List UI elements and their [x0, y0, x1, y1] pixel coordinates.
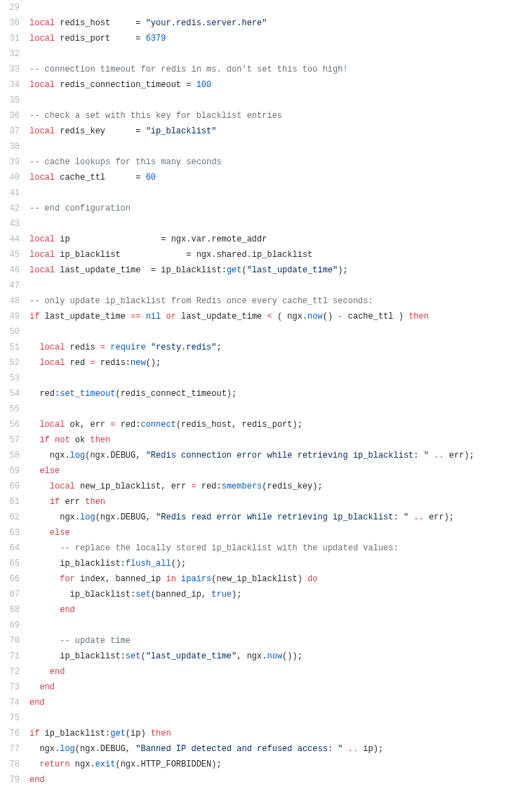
code-line: 35: [0, 93, 532, 108]
code-line: 29: [0, 0, 532, 15]
token-fn: now: [267, 651, 282, 661]
token-id: index, banned_ip: [75, 574, 166, 584]
token-id: =: [135, 34, 145, 44]
line-number: 55: [0, 402, 29, 417]
line-number: 74: [0, 695, 29, 710]
token-id: (redis_host, redis_port);: [176, 420, 302, 430]
code-line: 49if last_update_time == nil or last_upd…: [0, 309, 532, 324]
code-line: 38: [0, 139, 532, 154]
line-number: 53: [0, 371, 29, 386]
token-id: ok, err: [65, 420, 110, 430]
line-number: 29: [0, 0, 29, 15]
line-content: local red = redis:new();: [29, 355, 532, 371]
code-line: 42-- end configuration: [0, 201, 532, 216]
line-number: 52: [0, 355, 29, 371]
line-content: -- update time: [29, 633, 532, 649]
line-content: [29, 139, 532, 154]
token-id: (banned_ip,: [151, 590, 211, 599]
line-number: 70: [0, 633, 29, 649]
token-id: redis_key: [55, 126, 135, 136]
code-line: 53: [0, 371, 532, 386]
token-kw: local: [29, 265, 55, 275]
token-id: ();: [146, 358, 161, 368]
token-id: =: [135, 173, 145, 183]
token-kw: ==: [131, 312, 140, 321]
code-line: 44local ip = ngx.var.remote_addr: [0, 232, 532, 247]
line-content: local ok, err = red:connect(redis_host, …: [29, 417, 532, 432]
token-id: [176, 574, 181, 584]
code-line: 61 if err then: [0, 494, 532, 510]
code-line: 39-- cache lookups for this many seconds: [0, 154, 532, 170]
token-id: ip_blacklist: [55, 250, 186, 260]
token-str: "resty.redis": [151, 343, 217, 352]
token-id: [29, 497, 50, 507]
token-fn: log: [80, 512, 95, 522]
line-number: 54: [0, 386, 29, 402]
token-id: [29, 543, 60, 553]
line-number: 75: [0, 710, 29, 726]
line-content: if last_update_time == nil or last_updat…: [29, 309, 532, 324]
code-line: 37local redis_key = "ip_blacklist": [0, 124, 532, 139]
token-id: = ngx.var.remote_addr: [161, 234, 267, 244]
token-id: [29, 682, 39, 692]
line-number: 79: [0, 772, 29, 788]
token-fn: get: [110, 729, 126, 738]
code-line: 47: [0, 278, 532, 293]
token-id: =: [135, 126, 145, 136]
line-number: 56: [0, 417, 29, 432]
line-content: end: [29, 679, 532, 695]
token-kw: not: [55, 435, 70, 445]
line-content: [29, 618, 532, 633]
line-number: 78: [0, 757, 29, 772]
token-id: ());: [282, 651, 302, 661]
token-id: ( ngx.: [272, 312, 307, 321]
code-line: 79end: [0, 772, 532, 788]
line-number: 50: [0, 324, 29, 340]
line-number: 46: [0, 263, 29, 278]
code-line: 54 red:set_timeout(redis_connect_timeout…: [0, 386, 532, 402]
line-number: 42: [0, 201, 29, 216]
line-content: local new_ip_blacklist, err = red:smembe…: [29, 479, 532, 494]
token-kw: ..: [413, 512, 423, 522]
token-id: (ngx.DEBUG,: [85, 451, 145, 460]
line-number: 38: [0, 139, 29, 154]
token-id: redis_port: [55, 34, 135, 44]
code-line: 43: [0, 216, 532, 232]
line-content: -- only update ip_blacklist from Redis o…: [29, 293, 532, 309]
line-number: 64: [0, 540, 29, 556]
line-number: 51: [0, 340, 29, 355]
token-str: "last_update_time": [146, 651, 237, 661]
token-id: = ngx.shared.ip_blacklist: [186, 250, 312, 260]
token-kw: or: [166, 312, 175, 321]
token-id: [29, 636, 60, 646]
token-id: (redis_connect_timeout);: [115, 389, 237, 399]
token-id: [29, 667, 50, 677]
line-number: 63: [0, 525, 29, 540]
token-kw: end: [29, 775, 45, 785]
token-id: );: [338, 265, 347, 275]
token-id: [140, 312, 145, 321]
line-number: 60: [0, 479, 29, 494]
line-number: 49: [0, 309, 29, 324]
token-id: = ip_blacklist:: [151, 265, 227, 275]
code-line: 36-- check a set with this key for black…: [0, 108, 532, 124]
token-id: [29, 435, 39, 445]
token-str: "last_update_time": [247, 265, 338, 275]
token-fn: flush_all: [126, 559, 171, 569]
token-fn: smembers: [222, 482, 262, 491]
code-line: 40local cache_ttl = 60: [0, 170, 532, 185]
token-id: ip);: [358, 744, 383, 754]
token-kw: =: [100, 343, 105, 352]
token-id: ip_blacklist:: [29, 590, 135, 599]
line-content: local last_update_time = ip_blacklist:ge…: [29, 263, 532, 278]
token-kw: then: [408, 312, 429, 321]
line-content: red:set_timeout(redis_connect_timeout);: [29, 386, 532, 402]
code-line: 60 local new_ip_blacklist, err = red:sme…: [0, 479, 532, 494]
line-content: if not ok then: [29, 432, 532, 448]
token-id: (ngx.DEBUG,: [95, 512, 156, 522]
token-id: red: [65, 358, 90, 368]
token-fn: ipairs: [181, 574, 211, 584]
token-kw: if: [29, 312, 39, 321]
line-number: 30: [0, 15, 29, 31]
token-kw: <: [267, 312, 272, 321]
